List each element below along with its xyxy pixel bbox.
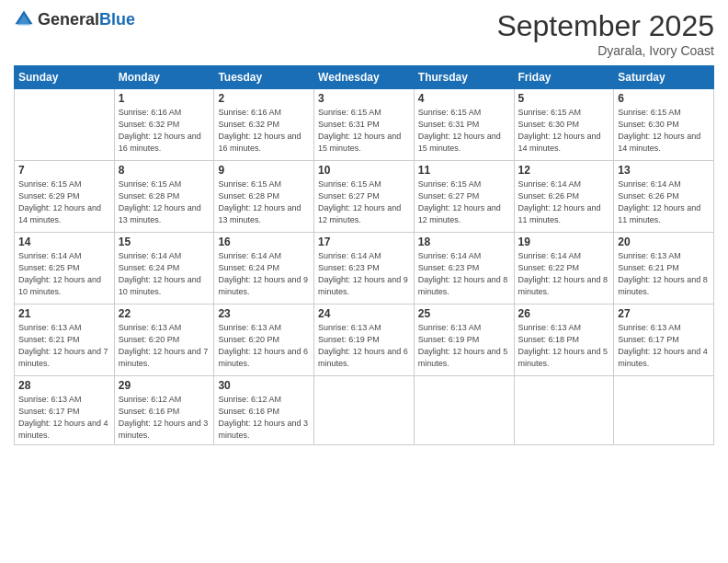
day-number: 22 bbox=[119, 307, 210, 320]
header: GeneralBlue September 2025 Dyarala, Ivor… bbox=[14, 9, 714, 58]
calendar-cell bbox=[614, 376, 714, 445]
calendar-cell: 26Sunrise: 6:13 AM Sunset: 6:18 PM Dayli… bbox=[514, 304, 614, 376]
calendar-table: SundayMondayTuesdayWednesdayThursdayFrid… bbox=[14, 65, 714, 445]
day-number: 21 bbox=[18, 307, 110, 320]
calendar-cell: 16Sunrise: 6:14 AM Sunset: 6:24 PM Dayli… bbox=[214, 233, 314, 304]
calendar-cell: 15Sunrise: 6:14 AM Sunset: 6:24 PM Dayli… bbox=[114, 233, 214, 304]
calendar-cell: 6Sunrise: 6:15 AM Sunset: 6:30 PM Daylig… bbox=[614, 89, 714, 161]
day-info: Sunrise: 6:16 AM Sunset: 6:32 PM Dayligh… bbox=[119, 107, 210, 155]
logo-general: General bbox=[38, 10, 99, 29]
day-number: 12 bbox=[518, 164, 610, 177]
calendar-cell: 24Sunrise: 6:13 AM Sunset: 6:19 PM Dayli… bbox=[314, 304, 415, 376]
day-info: Sunrise: 6:14 AM Sunset: 6:25 PM Dayligh… bbox=[18, 250, 110, 298]
day-number: 11 bbox=[418, 164, 510, 177]
calendar-cell: 4Sunrise: 6:15 AM Sunset: 6:31 PM Daylig… bbox=[414, 89, 514, 161]
day-info: Sunrise: 6:15 AM Sunset: 6:27 PM Dayligh… bbox=[318, 178, 410, 226]
col-header-friday: Friday bbox=[514, 66, 614, 89]
calendar-cell: 12Sunrise: 6:14 AM Sunset: 6:26 PM Dayli… bbox=[514, 161, 614, 233]
day-number: 19 bbox=[518, 236, 610, 248]
calendar-cell: 29Sunrise: 6:12 AM Sunset: 6:16 PM Dayli… bbox=[114, 376, 214, 445]
day-number: 30 bbox=[218, 379, 310, 392]
calendar-cell: 23Sunrise: 6:13 AM Sunset: 6:20 PM Dayli… bbox=[214, 304, 314, 376]
day-info: Sunrise: 6:14 AM Sunset: 6:24 PM Dayligh… bbox=[218, 250, 310, 298]
calendar-week-4: 28Sunrise: 6:13 AM Sunset: 6:17 PM Dayli… bbox=[15, 376, 714, 445]
day-number: 1 bbox=[119, 92, 210, 105]
calendar-cell: 10Sunrise: 6:15 AM Sunset: 6:27 PM Dayli… bbox=[314, 161, 415, 233]
day-number: 17 bbox=[318, 236, 410, 248]
location: Dyarala, Ivory Coast bbox=[496, 43, 714, 58]
day-number: 8 bbox=[119, 164, 210, 177]
day-info: Sunrise: 6:13 AM Sunset: 6:20 PM Dayligh… bbox=[119, 322, 210, 370]
col-header-tuesday: Tuesday bbox=[214, 66, 314, 89]
day-info: Sunrise: 6:15 AM Sunset: 6:29 PM Dayligh… bbox=[18, 178, 110, 226]
day-number: 3 bbox=[318, 92, 410, 105]
day-info: Sunrise: 6:13 AM Sunset: 6:20 PM Dayligh… bbox=[218, 322, 310, 370]
calendar-cell: 19Sunrise: 6:14 AM Sunset: 6:22 PM Dayli… bbox=[514, 233, 614, 304]
day-info: Sunrise: 6:15 AM Sunset: 6:31 PM Dayligh… bbox=[418, 107, 510, 155]
day-number: 5 bbox=[518, 92, 610, 105]
day-number: 28 bbox=[18, 379, 110, 392]
day-number: 15 bbox=[119, 236, 210, 248]
day-number: 20 bbox=[618, 236, 710, 248]
day-info: Sunrise: 6:13 AM Sunset: 6:17 PM Dayligh… bbox=[618, 322, 710, 370]
day-info: Sunrise: 6:13 AM Sunset: 6:19 PM Dayligh… bbox=[318, 322, 410, 370]
calendar-week-3: 21Sunrise: 6:13 AM Sunset: 6:21 PM Dayli… bbox=[15, 304, 714, 376]
calendar-cell: 9Sunrise: 6:15 AM Sunset: 6:28 PM Daylig… bbox=[214, 161, 314, 233]
title-block: September 2025 Dyarala, Ivory Coast bbox=[496, 9, 714, 58]
day-info: Sunrise: 6:14 AM Sunset: 6:23 PM Dayligh… bbox=[418, 250, 510, 298]
col-header-saturday: Saturday bbox=[614, 66, 714, 89]
calendar-cell: 22Sunrise: 6:13 AM Sunset: 6:20 PM Dayli… bbox=[114, 304, 214, 376]
day-number: 16 bbox=[218, 236, 310, 248]
calendar-cell: 11Sunrise: 6:15 AM Sunset: 6:27 PM Dayli… bbox=[414, 161, 514, 233]
day-info: Sunrise: 6:12 AM Sunset: 6:16 PM Dayligh… bbox=[218, 394, 310, 442]
day-info: Sunrise: 6:15 AM Sunset: 6:30 PM Dayligh… bbox=[518, 107, 610, 155]
day-number: 26 bbox=[518, 307, 610, 320]
day-number: 7 bbox=[18, 164, 110, 177]
calendar-cell: 1Sunrise: 6:16 AM Sunset: 6:32 PM Daylig… bbox=[114, 89, 214, 161]
logo-icon bbox=[14, 9, 34, 29]
day-number: 27 bbox=[618, 307, 710, 320]
calendar-cell bbox=[15, 89, 115, 161]
day-number: 24 bbox=[318, 307, 410, 320]
day-info: Sunrise: 6:13 AM Sunset: 6:18 PM Dayligh… bbox=[518, 322, 610, 370]
calendar-cell: 8Sunrise: 6:15 AM Sunset: 6:28 PM Daylig… bbox=[114, 161, 214, 233]
day-number: 14 bbox=[18, 236, 110, 248]
day-info: Sunrise: 6:15 AM Sunset: 6:30 PM Dayligh… bbox=[618, 107, 710, 155]
calendar-cell: 7Sunrise: 6:15 AM Sunset: 6:29 PM Daylig… bbox=[15, 161, 115, 233]
col-header-thursday: Thursday bbox=[414, 66, 514, 89]
day-info: Sunrise: 6:15 AM Sunset: 6:28 PM Dayligh… bbox=[119, 178, 210, 226]
day-number: 18 bbox=[418, 236, 510, 248]
day-number: 2 bbox=[218, 92, 310, 105]
day-info: Sunrise: 6:15 AM Sunset: 6:27 PM Dayligh… bbox=[418, 178, 510, 226]
calendar-cell: 17Sunrise: 6:14 AM Sunset: 6:23 PM Dayli… bbox=[314, 233, 415, 304]
day-info: Sunrise: 6:14 AM Sunset: 6:24 PM Dayligh… bbox=[119, 250, 210, 298]
calendar-header-row: SundayMondayTuesdayWednesdayThursdayFrid… bbox=[15, 66, 714, 89]
day-number: 25 bbox=[418, 307, 510, 320]
day-info: Sunrise: 6:15 AM Sunset: 6:31 PM Dayligh… bbox=[318, 107, 410, 155]
calendar-cell bbox=[314, 376, 415, 445]
day-number: 13 bbox=[618, 164, 710, 177]
day-info: Sunrise: 6:13 AM Sunset: 6:21 PM Dayligh… bbox=[618, 250, 710, 298]
day-number: 9 bbox=[218, 164, 310, 177]
col-header-wednesday: Wednesday bbox=[314, 66, 415, 89]
day-info: Sunrise: 6:14 AM Sunset: 6:23 PM Dayligh… bbox=[318, 250, 410, 298]
calendar-cell: 18Sunrise: 6:14 AM Sunset: 6:23 PM Dayli… bbox=[414, 233, 514, 304]
day-number: 6 bbox=[618, 92, 710, 105]
calendar-cell bbox=[514, 376, 614, 445]
page: GeneralBlue September 2025 Dyarala, Ivor… bbox=[0, 0, 728, 563]
calendar-cell: 21Sunrise: 6:13 AM Sunset: 6:21 PM Dayli… bbox=[15, 304, 115, 376]
calendar-cell: 14Sunrise: 6:14 AM Sunset: 6:25 PM Dayli… bbox=[15, 233, 115, 304]
calendar-cell: 5Sunrise: 6:15 AM Sunset: 6:30 PM Daylig… bbox=[514, 89, 614, 161]
day-info: Sunrise: 6:14 AM Sunset: 6:22 PM Dayligh… bbox=[518, 250, 610, 298]
month-title: September 2025 bbox=[496, 9, 714, 43]
day-number: 29 bbox=[119, 379, 210, 392]
col-header-sunday: Sunday bbox=[15, 66, 115, 89]
calendar-cell: 3Sunrise: 6:15 AM Sunset: 6:31 PM Daylig… bbox=[314, 89, 415, 161]
day-number: 4 bbox=[418, 92, 510, 105]
calendar-week-0: 1Sunrise: 6:16 AM Sunset: 6:32 PM Daylig… bbox=[15, 89, 714, 161]
day-number: 10 bbox=[318, 164, 410, 177]
day-number: 23 bbox=[218, 307, 310, 320]
day-info: Sunrise: 6:13 AM Sunset: 6:17 PM Dayligh… bbox=[18, 394, 110, 442]
day-info: Sunrise: 6:13 AM Sunset: 6:19 PM Dayligh… bbox=[418, 322, 510, 370]
day-info: Sunrise: 6:12 AM Sunset: 6:16 PM Dayligh… bbox=[119, 394, 210, 442]
